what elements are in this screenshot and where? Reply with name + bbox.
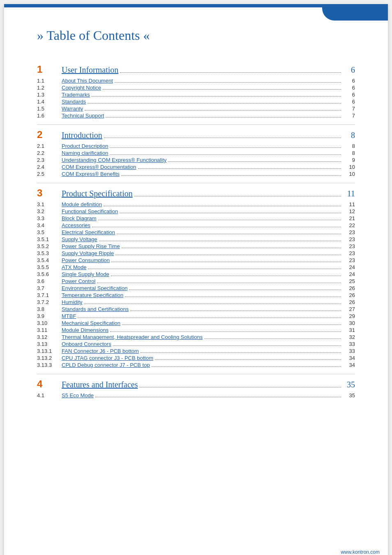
sub-dots bbox=[85, 110, 341, 111]
section-link-1[interactable]: User Information bbox=[62, 65, 118, 75]
toc-item-3-7: 3.7 Environmental Specification 26 bbox=[37, 285, 355, 291]
section-dots-1 bbox=[120, 72, 341, 73]
toc-item-3-4: 3.4 Accessories 22 bbox=[37, 222, 355, 228]
sub-link-4-1[interactable]: S5 Eco Mode bbox=[62, 392, 94, 398]
sub-link-3-6[interactable]: Power Control bbox=[62, 278, 95, 284]
sub-num-3-13-2: 3.13.2 bbox=[37, 355, 62, 361]
sub-page-3-6: 25 bbox=[343, 278, 355, 284]
sub-dots bbox=[204, 339, 341, 339]
sub-link-3-13[interactable]: Onboard Connectors bbox=[62, 341, 111, 347]
sub-num-3-11: 3.11 bbox=[37, 327, 62, 333]
toc-item-1-5: 1.5 Warranty 7 bbox=[37, 106, 355, 112]
toc-item-3-6: 3.6 Power Control 25 bbox=[37, 278, 355, 284]
sub-link-1-2[interactable]: Copyright Notice bbox=[62, 85, 101, 91]
sub-link-3-5-6[interactable]: Single Supply Mode bbox=[62, 271, 109, 277]
sub-num-3-5-4: 3.5.4 bbox=[37, 257, 62, 263]
sub-page-3-7: 26 bbox=[343, 285, 355, 291]
sub-link-2-4[interactable]: COM Express® Documentation bbox=[62, 164, 136, 170]
sub-link-3-5-2[interactable]: Power Supply Rise Time bbox=[62, 243, 120, 249]
section-num-3: 3 bbox=[37, 187, 62, 199]
sub-link-3-13-1[interactable]: FAN Connector J6 - PCB bottom bbox=[62, 348, 139, 354]
sub-page-2-5: 10 bbox=[343, 171, 355, 177]
sub-link-3-5[interactable]: Electrical Specification bbox=[62, 229, 115, 235]
sub-link-3-5-1[interactable]: Supply Voltage bbox=[62, 236, 97, 242]
sub-dots bbox=[110, 147, 341, 148]
toc-item-1-4: 1.4 Standards 6 bbox=[37, 99, 355, 105]
sub-num-3-6: 3.6 bbox=[37, 278, 62, 284]
toc-item-1-6: 1.6 Technical Support 7 bbox=[37, 113, 355, 119]
footer-url: www.kontron.com bbox=[341, 549, 380, 555]
sub-link-1-3[interactable]: Trademarks bbox=[62, 92, 90, 98]
section-dots-2 bbox=[104, 138, 341, 138]
sub-page-3-5-3: 23 bbox=[343, 250, 355, 256]
sub-link-3-13-2[interactable]: CPU JTAG connector J3 - PCB bottom bbox=[62, 355, 153, 361]
sub-page-2-1: 8 bbox=[343, 143, 355, 149]
sub-link-3-12[interactable]: Thermal Management, Heatspreader and Coo… bbox=[62, 334, 203, 340]
toc-item-3-13: 3.13 Onboard Connectors 33 bbox=[37, 341, 355, 347]
toc-item-3-13-3: 3.13.3 CPLD Debug connector J7 - PCB top… bbox=[37, 362, 355, 368]
sub-page-3-13-3: 34 bbox=[343, 362, 355, 368]
sub-dots bbox=[110, 332, 341, 332]
toc-item-3-5-4: 3.5.4 Power Consumption 23 bbox=[37, 257, 355, 263]
sub-link-3-5-3[interactable]: Supply Voltage Ripple bbox=[62, 250, 114, 256]
subsections-3: 3.1 Module definition 11 3.2 Functional … bbox=[37, 201, 355, 368]
sub-link-3-5-4[interactable]: Power Consumption bbox=[62, 257, 110, 263]
sub-dots bbox=[121, 175, 341, 176]
toc-item-3-10: 3.10 Mechanical Specification 30 bbox=[37, 320, 355, 326]
toc-item-2-4: 2.4 COM Express® Documentation 10 bbox=[37, 164, 355, 170]
sub-link-3-9[interactable]: MTBF bbox=[62, 313, 76, 319]
toc-item-3-7-2: 3.7.2 Humidity 26 bbox=[37, 299, 355, 305]
sub-link-3-2[interactable]: Functional Specification bbox=[62, 208, 118, 214]
toc-item-2-2: 2.2 Naming clarification 8 bbox=[37, 150, 355, 156]
sub-link-3-7[interactable]: Environmental Specification bbox=[62, 285, 127, 291]
sub-link-3-8[interactable]: Standards and Certifications bbox=[62, 306, 129, 312]
toc-item-3-2: 3.2 Functional Specification 12 bbox=[37, 208, 355, 214]
sub-link-3-5-5[interactable]: ATX Mode bbox=[62, 264, 86, 270]
sub-link-3-11[interactable]: Module Dimensions bbox=[62, 327, 108, 333]
toc-item-4-1: 4.1 S5 Eco Mode 35 bbox=[37, 392, 355, 398]
footer: www.kontron.com bbox=[332, 545, 388, 555]
sub-num-3-7-2: 3.7.2 bbox=[37, 299, 62, 305]
toc-item-3-1: 3.1 Module definition 11 bbox=[37, 201, 355, 207]
sub-dots bbox=[111, 262, 341, 262]
section-link-3[interactable]: Product Specification bbox=[62, 189, 133, 198]
sub-link-1-6[interactable]: Technical Support bbox=[62, 113, 104, 119]
sub-num-3-12: 3.12 bbox=[37, 334, 62, 340]
sub-link-2-1[interactable]: Product Description bbox=[62, 143, 108, 149]
sub-dots bbox=[97, 283, 341, 283]
page-title: » Table of Contents « bbox=[37, 28, 355, 43]
sub-num-3-3: 3.3 bbox=[37, 215, 62, 221]
sub-link-3-7-2[interactable]: Humidity bbox=[62, 299, 83, 305]
sub-link-3-10[interactable]: Mechanical Specification bbox=[62, 320, 120, 326]
sub-dots bbox=[130, 311, 341, 311]
sub-link-1-4[interactable]: Standards bbox=[62, 99, 86, 105]
sub-link-2-2[interactable]: Naming clarification bbox=[62, 150, 108, 156]
section-link-2[interactable]: Introduction bbox=[62, 131, 102, 140]
sub-page-3-5-1: 23 bbox=[343, 236, 355, 242]
section-link-4[interactable]: Features and Interfaces bbox=[62, 380, 138, 389]
section-4: 4 Features and Interfaces 35 bbox=[37, 374, 355, 390]
sub-num-3-5: 3.5 bbox=[37, 229, 62, 235]
subsections-2: 2.1 Product Description 8 2.2 Naming cla… bbox=[37, 143, 355, 177]
toc-item-2-3: 2.3 Understanding COM Express® Functiona… bbox=[37, 157, 355, 163]
sub-link-3-13-3[interactable]: CPLD Debug connector J7 - PCB top bbox=[62, 362, 150, 368]
sub-dots bbox=[120, 213, 341, 213]
section-3: 3 Product Specification 11 bbox=[37, 183, 355, 199]
sub-dots bbox=[110, 154, 341, 155]
sub-num-3-10: 3.10 bbox=[37, 320, 62, 326]
page-container: » Table of Contents « 1 User Information… bbox=[4, 4, 388, 555]
content-area: » Table of Contents « 1 User Information… bbox=[4, 7, 388, 425]
sub-num-1-6: 1.6 bbox=[37, 113, 62, 119]
sub-page-2-2: 8 bbox=[343, 150, 355, 156]
sub-link-3-7-1[interactable]: Temperature Specification bbox=[62, 292, 123, 298]
sub-link-2-5[interactable]: COM Express® Benefits bbox=[62, 171, 120, 177]
sub-dots bbox=[88, 269, 341, 269]
toc-item-3-5-5: 3.5.5 ATX Mode 24 bbox=[37, 264, 355, 270]
sub-link-1-5[interactable]: Warranty bbox=[62, 106, 83, 112]
sub-link-3-3[interactable]: Block Diagram bbox=[62, 215, 97, 221]
sub-dots bbox=[98, 220, 341, 220]
sub-link-2-3[interactable]: Understanding COM Express® Functionality bbox=[62, 157, 166, 163]
sub-link-3-1[interactable]: Module definition bbox=[62, 201, 102, 207]
sub-link-3-4[interactable]: Accessories bbox=[62, 222, 90, 228]
sub-link-1-1[interactable]: About This Document bbox=[62, 78, 113, 84]
